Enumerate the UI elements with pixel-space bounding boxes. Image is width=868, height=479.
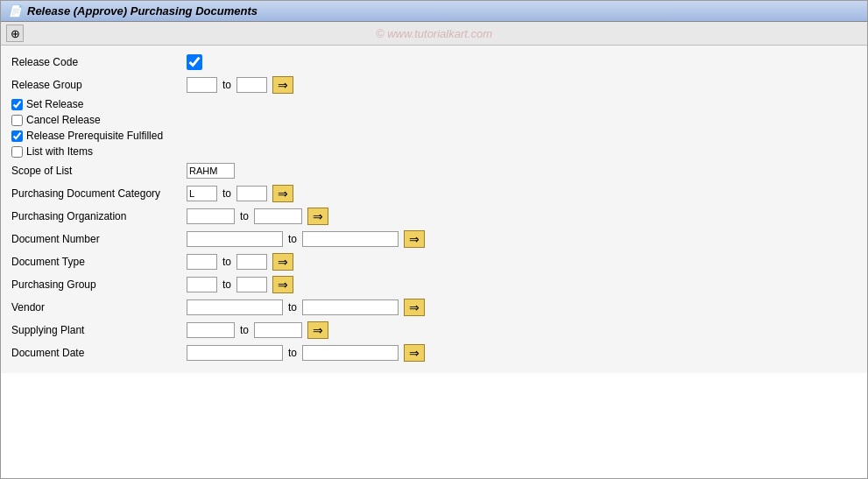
release-prereq-label: Release Prerequisite Fulfilled	[26, 130, 163, 142]
cancel-release-row: Cancel Release	[11, 114, 857, 126]
list-with-items-label: List with Items	[26, 145, 93, 158]
list-with-items-checkbox[interactable]	[11, 146, 23, 158]
row-6-input-from[interactable]	[187, 322, 235, 338]
row-7-label: Document Date	[11, 347, 187, 359]
scope-of-list-input[interactable]	[187, 163, 235, 179]
scope-of-list-label: Scope of List	[11, 165, 187, 177]
release-group-to: to	[222, 79, 231, 91]
row-5: Vendorto⇒	[11, 298, 857, 317]
release-group-label: Release Group	[11, 79, 187, 91]
main-window: 📄 Release (Approve) Purchasing Documents…	[0, 0, 868, 479]
scope-of-list-row: Scope of List	[11, 161, 857, 180]
row-7-input-to[interactable]	[302, 345, 399, 361]
set-release-checkbox[interactable]	[11, 99, 23, 110]
release-group-arrow-btn[interactable]: ⇒	[272, 76, 293, 94]
row-7: Document Dateto⇒	[11, 343, 857, 363]
row-2-arrow-btn[interactable]: ⇒	[404, 230, 425, 248]
row-0-arrow-btn[interactable]: ⇒	[272, 185, 293, 202]
row-5-label: Vendor	[11, 301, 187, 313]
row-0-label: Purchasing Document Category	[11, 187, 187, 200]
row-0-input-to[interactable]	[236, 186, 267, 201]
row-6-arrow-btn[interactable]: ⇒	[307, 321, 328, 339]
dynamic-rows: Purchasing Document Categoryto⇒Purchasin…	[11, 184, 857, 363]
row-3-arrow-btn[interactable]: ⇒	[272, 253, 293, 271]
release-code-row: Release Code	[11, 53, 857, 72]
row-3-input-from[interactable]	[187, 254, 217, 270]
release-group-input-from[interactable]	[187, 77, 217, 93]
row-7-to: to	[288, 347, 297, 359]
row-4-arrow-btn[interactable]: ⇒	[272, 276, 293, 293]
set-release-label: Set Release	[26, 98, 83, 110]
content-area: Release Code Release Group to ⇒ Set Rele…	[1, 46, 867, 373]
watermark: © www.tutorialkart.com	[376, 27, 492, 40]
row-4-label: Purchasing Group	[11, 278, 187, 291]
row-1-arrow-btn[interactable]: ⇒	[307, 208, 328, 225]
toolbar: ⊕ © www.tutorialkart.com	[1, 22, 867, 46]
row-4: Purchasing Groupto⇒	[11, 275, 857, 294]
row-6-input-to[interactable]	[254, 322, 302, 338]
row-1-label: Purchasing Organization	[11, 210, 187, 222]
row-0-input-from[interactable]	[187, 186, 217, 201]
row-5-arrow-btn[interactable]: ⇒	[404, 299, 425, 316]
release-code-checkbox[interactable]	[187, 54, 202, 70]
cancel-release-label: Cancel Release	[26, 114, 101, 126]
row-5-to: to	[288, 301, 297, 313]
row-4-input-to[interactable]	[236, 277, 267, 292]
row-6-label: Supplying Plant	[11, 324, 187, 336]
row-3-label: Document Type	[11, 256, 187, 268]
row-4-to: to	[222, 278, 231, 291]
row-6-to: to	[240, 324, 249, 336]
list-with-items-row: List with Items	[11, 145, 857, 158]
row-2-label: Document Number	[11, 233, 187, 245]
row-1: Purchasing Organizationto⇒	[11, 207, 857, 226]
clock-icon[interactable]: ⊕	[6, 25, 24, 42]
title-bar: 📄 Release (Approve) Purchasing Documents	[1, 1, 867, 22]
window-title: Release (Approve) Purchasing Documents	[27, 4, 258, 18]
row-2-to: to	[288, 233, 297, 245]
row-4-input-from[interactable]	[187, 277, 217, 292]
row-3-input-to[interactable]	[236, 254, 267, 270]
row-2: Document Numberto⇒	[11, 229, 857, 249]
release-prereq-checkbox[interactable]	[11, 130, 23, 142]
row-6: Supplying Plantto⇒	[11, 321, 857, 340]
row-3-to: to	[222, 256, 231, 268]
set-release-row: Set Release	[11, 98, 857, 110]
row-7-arrow-btn[interactable]: ⇒	[404, 344, 425, 362]
cancel-release-checkbox[interactable]	[11, 115, 23, 126]
release-code-label: Release Code	[11, 56, 187, 68]
release-group-row: Release Group to ⇒	[11, 75, 857, 95]
row-2-input-from[interactable]	[187, 231, 283, 247]
row-5-input-to[interactable]	[302, 299, 399, 315]
row-0-to: to	[222, 187, 231, 200]
row-5-input-from[interactable]	[187, 299, 283, 315]
row-7-input-from[interactable]	[187, 345, 283, 361]
row-2-input-to[interactable]	[302, 231, 399, 247]
row-1-input-from[interactable]	[187, 208, 235, 224]
title-icon: 📄	[8, 4, 22, 18]
release-prereq-row: Release Prerequisite Fulfilled	[11, 130, 857, 142]
row-1-input-to[interactable]	[254, 208, 302, 224]
row-0: Purchasing Document Categoryto⇒	[11, 184, 857, 203]
row-3: Document Typeto⇒	[11, 252, 857, 271]
row-1-to: to	[240, 210, 249, 222]
release-group-input-to[interactable]	[236, 77, 267, 93]
